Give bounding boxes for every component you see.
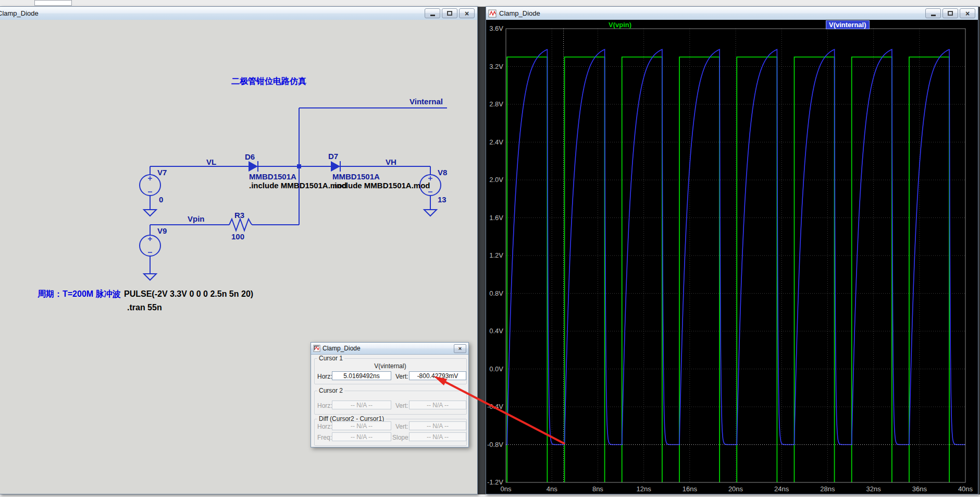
component-v7[interactable] [140, 175, 160, 216]
minimize-button[interactable] [925, 8, 941, 18]
component-value-v7: 0 [159, 195, 163, 204]
ground-symbol [144, 210, 156, 216]
waveform-window-titlebar[interactable]: Clamp_Diode × [486, 7, 978, 20]
y-tick-label: 0.4V [486, 327, 503, 335]
diff-horz-label: Horz: [317, 423, 332, 430]
close-icon: × [458, 345, 462, 351]
component-label-v8: V8 [438, 168, 447, 177]
directive-tran: .tran 55n [127, 303, 162, 312]
component-label-v7: V7 [157, 168, 167, 177]
net-label-vinternal: Vinternal [410, 97, 443, 106]
cursor2-group-label: Cursor 2 [317, 387, 344, 394]
wire-junction [297, 164, 301, 168]
component-label-v9: V9 [157, 226, 167, 235]
y-tick-label: -0.8V [486, 441, 503, 448]
dialog-title: Clamp_Diode [322, 345, 454, 352]
window-title: Clamp_Diode [0, 9, 423, 17]
schematic-comment-period: 周期：T=200M 脉冲波 [37, 289, 121, 298]
x-tick-label: 20ns [724, 485, 747, 493]
y-tick-label: 3.6V [486, 25, 503, 32]
window-title: Clamp_Diode [499, 9, 924, 17]
y-tick-label: 0.0V [486, 365, 503, 373]
cursor2-vert-value: -- N/A -- [409, 401, 466, 409]
cursor-dialog: Clamp_Diode × Cursor 1 V(vinternal) Horz… [311, 342, 469, 447]
schematic-comment-title: 二极管钳位电路仿真 [231, 76, 306, 86]
waveform-pane[interactable]: 3.6V3.2V2.8V2.4V2.0V1.6V1.2V0.8V0.4V0.0V… [486, 20, 978, 494]
directive-include-d7: .include MMBD1501A.mod [332, 181, 430, 190]
minimize-button[interactable] [425, 8, 440, 18]
component-value-v8: 13 [438, 195, 446, 204]
diff-horz-value: -- N/A -- [332, 421, 391, 430]
diff-vert-label: Vert: [395, 423, 408, 430]
minimize-icon [931, 15, 936, 16]
cursor2-horz-label: Horz: [317, 402, 332, 409]
component-value-r3: 100 [231, 232, 244, 241]
y-tick-label: 0.8V [486, 289, 503, 297]
x-tick-label: 0ns [494, 485, 517, 493]
restore-button[interactable] [442, 8, 457, 18]
schematic-window-titlebar[interactable]: Clamp_Diode × [0, 7, 477, 20]
component-value-d6: MMBD1501A [249, 172, 296, 181]
diff-slope-value: -- N/A -- [409, 432, 466, 441]
window-icon [488, 9, 497, 18]
x-tick-label: 4ns [540, 485, 563, 493]
x-tick-label: 24ns [770, 485, 793, 493]
restore-icon [447, 11, 452, 16]
close-button[interactable]: × [960, 8, 975, 18]
minimize-icon [430, 15, 435, 16]
diff-vert-value: -- N/A -- [409, 421, 466, 430]
ground-symbol [424, 210, 437, 216]
restore-button[interactable] [942, 8, 958, 18]
cursor2-horz-value: -- N/A -- [332, 401, 391, 409]
x-tick-label: 8ns [586, 485, 609, 493]
x-tick-label: 40ns [954, 485, 977, 493]
legend-vinternal[interactable]: V(vinternal) [826, 20, 870, 29]
x-tick-label: 36ns [908, 485, 931, 493]
restore-icon [948, 11, 953, 16]
y-tick-label: 1.2V [486, 251, 503, 259]
component-label-r3: R3 [234, 211, 244, 220]
close-icon: × [965, 10, 970, 17]
dialog-icon [313, 345, 320, 352]
cursor2-vert-label: Vert: [395, 402, 408, 409]
directive-pulse: PULSE(-2V 3.3V 0 0 0 2.5n 5n 20) [124, 289, 253, 298]
net-label-vpin: Vpin [188, 214, 205, 223]
waveform-window: Clamp_Diode × 3.6V3.2V2.8V2.4V2.0V1.6V1.… [486, 6, 978, 494]
component-label-d6: D6 [245, 152, 255, 161]
net-label-vl: VL [206, 157, 216, 166]
cursor1-vert-value[interactable]: -800.42793mV [409, 371, 466, 380]
close-icon: × [465, 10, 469, 17]
x-tick-label: 28ns [816, 485, 839, 493]
y-tick-label: 2.8V [486, 100, 503, 108]
y-tick-label: 3.2V [486, 63, 503, 70]
y-tick-label: 1.6V [486, 214, 503, 222]
bottom-strip [0, 494, 980, 497]
net-label-vh: VH [386, 157, 396, 166]
wires[interactable] [150, 108, 447, 274]
cursor1-signal-name: V(vinternal) [317, 362, 463, 370]
cursor1-horz-value[interactable]: 5.0169492ns [332, 371, 391, 380]
dialog-close-button[interactable]: × [454, 344, 466, 353]
component-r3[interactable] [229, 219, 252, 231]
trace-vpin[interactable] [507, 57, 949, 482]
x-tick-label: 32ns [862, 485, 885, 493]
x-tick-label: 16ns [678, 485, 701, 493]
cursor-dialog-titlebar[interactable]: Clamp_Diode × [311, 343, 468, 355]
component-d6[interactable] [249, 161, 258, 172]
cursor1-group-label: Cursor 1 [317, 355, 344, 362]
cursor1-horz-label: Horz: [317, 373, 332, 380]
diff-freq-value: -- N/A -- [332, 432, 391, 441]
component-d7[interactable] [331, 161, 340, 172]
waveform-plot[interactable] [486, 20, 977, 493]
component-label-d7: D7 [328, 152, 338, 161]
y-tick-label: -0.4V [486, 403, 503, 410]
legend-vpin[interactable]: V(vpin) [597, 21, 643, 29]
x-tick-label: 12ns [632, 485, 655, 493]
diff-slope-label: Slope: [392, 434, 410, 441]
ground-symbol [144, 274, 156, 280]
diff-freq-label: Freq: [317, 434, 332, 441]
toolbar-fragment [34, 0, 72, 6]
trace-vinternal[interactable] [506, 50, 965, 445]
y-tick-label: 2.4V [486, 138, 503, 146]
close-button[interactable]: × [459, 8, 475, 18]
